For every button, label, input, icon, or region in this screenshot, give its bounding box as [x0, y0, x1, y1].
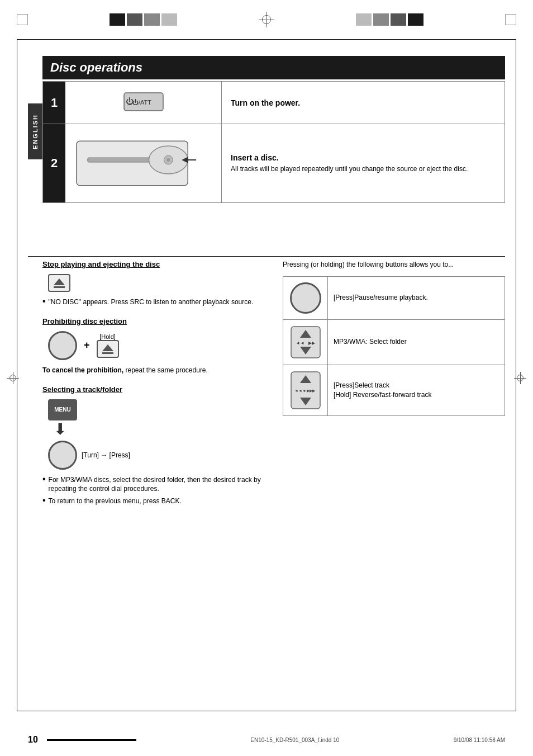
- btn-desc-3: [Press]Select track [Hold] Reverse/fast-…: [328, 376, 505, 404]
- step-row-1: 1 ⏻/ATT ⏻ Turn on the power.: [43, 82, 505, 124]
- page-footer: 10 EN10-15_KD-R501_003A_f.indd 10 9/10/0…: [28, 735, 505, 745]
- eject-btn-area: [48, 274, 266, 292]
- folder-select-svg: ◄◄ ▶▶: [290, 325, 321, 359]
- eject-svg: [53, 277, 66, 289]
- btn-row-1: [Press]Pause/resume playback.: [283, 277, 505, 320]
- svg-text:▶▶▶: ▶▶▶: [307, 389, 316, 393]
- step-1-desc-bold: Turn on the power.: [231, 98, 496, 107]
- page-number: 10: [28, 735, 38, 745]
- eject-button-icon: [48, 274, 70, 292]
- printer-marks-top: [0, 0, 533, 39]
- btn-desc-2-text: MP3/WMA: Select folder: [334, 338, 407, 346]
- hold-label: [Hold]: [99, 333, 116, 340]
- marks-center-left: [110, 13, 177, 26]
- menu-button: MENU: [48, 399, 77, 420]
- prohibit-section: Prohibiting disc ejection + [Hold] To ca…: [42, 317, 266, 375]
- track-select-svg: ◄◄◄ ▶▶▶: [290, 371, 321, 410]
- border-bottom: [17, 711, 516, 711]
- steps-section: 1 ⏻/ATT ⏻ Turn on the power. 2: [42, 81, 505, 203]
- button-table: [Press]Pause/resume playback. ◄◄ ▶▶: [283, 276, 505, 416]
- section-divider: [28, 256, 505, 257]
- color-mark-lt2: [356, 13, 372, 26]
- step-1-image: ⏻/ATT ⏻: [65, 82, 222, 124]
- prohibit-eject-btn: [97, 340, 119, 358]
- right-crosshair-circle: [517, 375, 524, 381]
- color-mark-md: [144, 13, 160, 26]
- cancel-bold: To cancel the prohibition,: [42, 366, 123, 374]
- svg-text:⏻: ⏻: [126, 97, 134, 106]
- prohibit-diagram: + [Hold]: [48, 331, 266, 360]
- marks-right: [505, 14, 516, 25]
- disc-insert-svg: [71, 130, 216, 197]
- step-2-desc-bold: Insert a disc.: [231, 153, 496, 162]
- prohibit-heading: Prohibiting disc ejection: [42, 317, 266, 325]
- marks-center-right: [356, 13, 423, 26]
- btn-desc-1: [Press]Pause/resume playback.: [328, 289, 505, 307]
- bullet-dot-3: •: [42, 496, 46, 505]
- right-column: Pressing (or holding) the following butt…: [277, 260, 505, 509]
- step-row-2: 2 Insert a disc: [43, 124, 505, 202]
- step-2-image: [65, 124, 222, 202]
- btn-img-2: ◄◄ ▶▶: [283, 320, 328, 365]
- svg-text:◄◄◄: ◄◄◄: [294, 389, 306, 393]
- btn-row-2: ◄◄ ▶▶ MP3/WMA: Select folder: [283, 320, 505, 365]
- title-bar: Disc operations: [42, 56, 505, 79]
- border-top: [17, 39, 516, 40]
- stop-bullet: • "NO DISC" appears. Press SRC to listen…: [42, 297, 266, 307]
- step-1-desc: Turn on the power.: [222, 82, 505, 124]
- color-mark-black: [110, 13, 125, 26]
- step-number-2: 2: [43, 124, 65, 202]
- select-heading: Selecting a track/folder: [42, 385, 266, 394]
- svg-rect-12: [102, 352, 113, 354]
- left-crosshair: [7, 372, 19, 384]
- svg-text:◄◄: ◄◄: [296, 341, 304, 346]
- right-crosshair: [514, 372, 526, 384]
- prohibit-dial: [48, 331, 77, 360]
- crosshair-top-center: [259, 12, 274, 27]
- left-crosshair-circle: [9, 375, 16, 381]
- step-2-desc-text: All tracks will be played repeatedly unt…: [231, 164, 496, 174]
- btn-img-1: [283, 277, 328, 319]
- language-tab-label: ENGLISH: [32, 114, 39, 149]
- step-number-1: 1: [43, 82, 65, 124]
- svg-marker-9: [54, 278, 65, 285]
- turn-press-group: [Turn] → [Press]: [48, 441, 130, 470]
- crosshair-circle: [262, 15, 271, 24]
- prohibit-eject-svg: [101, 343, 115, 355]
- right-intro-text: Pressing (or holding) the following butt…: [283, 260, 505, 270]
- left-crosshair-icon: [7, 372, 19, 384]
- footer-datetime: 9/10/08 11:10:58 AM: [454, 737, 505, 743]
- prohibit-cancel-text: To cancel the prohibition, repeat the sa…: [42, 366, 266, 375]
- hold-eject-group: [Hold]: [97, 333, 119, 358]
- svg-rect-10: [54, 286, 65, 288]
- corner-mark-tl: [17, 14, 28, 25]
- down-arrow-icon: ⬇: [54, 422, 66, 437]
- right-crosshair-icon: [514, 372, 526, 384]
- cancel-text: repeat the same procedure.: [123, 366, 208, 374]
- turn-press-label: [Turn] → [Press]: [82, 451, 130, 459]
- dial-pause-btn: [290, 282, 321, 314]
- btn-row-3: ◄◄◄ ▶▶▶ [Press]Select track [Hold] Rever…: [283, 365, 505, 415]
- color-mark-md2: [373, 13, 389, 26]
- color-mark-black2: [408, 13, 423, 26]
- select-bullet-2-text: To return to the previous menu, press BA…: [49, 497, 182, 506]
- color-mark-dk2: [391, 13, 406, 26]
- btn-desc-2: MP3/WMA: Select folder: [328, 333, 505, 351]
- bullet-dot-1: •: [42, 297, 46, 306]
- footer-filename: EN10-15_KD-R501_003A_f.indd 10: [250, 737, 339, 743]
- plus-sign: +: [84, 339, 90, 351]
- stop-section: Stop playing and ejecting the disc • "NO…: [42, 260, 266, 307]
- footer-line: [47, 739, 136, 741]
- language-tab: ENGLISH: [28, 103, 42, 159]
- select-bullet-1: • For MP3/WMA discs, select the desired …: [42, 475, 266, 494]
- select-dial: [48, 441, 77, 470]
- left-column: Stop playing and ejecting the disc • "NO…: [42, 260, 277, 509]
- svg-text:▶▶: ▶▶: [308, 341, 316, 346]
- btn-desc-1-text: [Press]Pause/resume playback.: [334, 294, 428, 301]
- menu-diagram: MENU ⬇ [Turn] → [Press]: [48, 399, 266, 470]
- svg-text:⏻/ATT: ⏻/ATT: [132, 99, 151, 106]
- stop-heading: Stop playing and ejecting the disc: [42, 260, 266, 268]
- stop-bullet-text: "NO DISC" appears. Press SRC to listen t…: [49, 297, 254, 307]
- footer-left: 10: [28, 735, 136, 745]
- select-section: Selecting a track/folder MENU ⬇ [Turn] →…: [42, 385, 266, 506]
